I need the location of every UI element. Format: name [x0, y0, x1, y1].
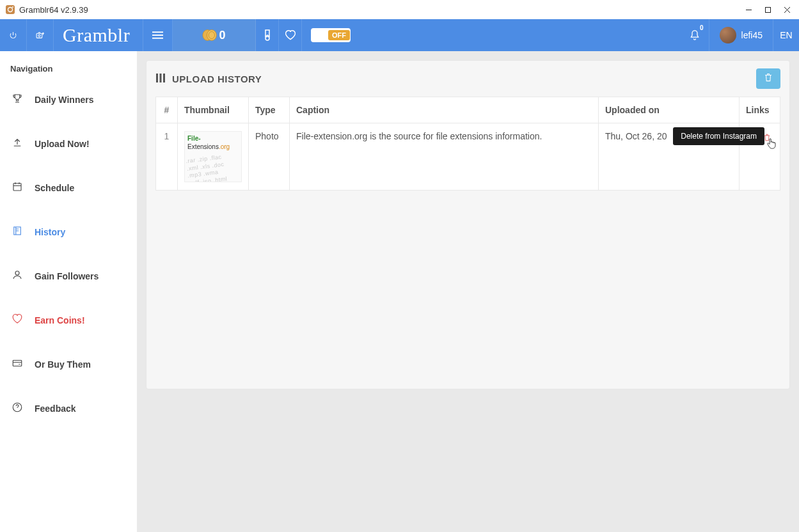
- sidebar-item-daily-winners[interactable]: Daily Winners: [0, 84, 137, 115]
- history-icon: [12, 225, 23, 239]
- language-selector[interactable]: EN: [773, 19, 799, 51]
- heart-icon: [12, 313, 23, 327]
- svg-rect-21: [156, 74, 158, 82]
- sidebar-item-label: Upload Now!: [35, 139, 90, 149]
- calendar-icon: [12, 181, 23, 194]
- col-thumbnail: Thumbnail: [178, 97, 249, 123]
- window-titlebar: Gramblr64 v2.9.39: [0, 0, 799, 19]
- sidebar-item-label: History: [35, 227, 65, 237]
- cell-links: Delete from Instagram: [740, 123, 780, 191]
- coins-value: 0: [219, 29, 225, 42]
- nav-heading: Navigation: [0, 60, 137, 84]
- col-number: #: [156, 97, 178, 123]
- menu-toggle-button[interactable]: [143, 19, 173, 51]
- topbar: Gramblr 0 OFF 0 lefi45 EN: [0, 19, 799, 51]
- content-area: UPLOAD HISTORY # Thumbnail Type Caption …: [137, 51, 799, 532]
- table-row: 1 File-Extensions.org .rar .zip .flac.xm…: [156, 123, 780, 191]
- svg-rect-19: [13, 361, 22, 366]
- upload-icon: [12, 137, 23, 150]
- coins-icon: [202, 29, 219, 42]
- cell-caption: File-extension.org is the source for fil…: [290, 123, 599, 191]
- sidebar-item-history[interactable]: History: [0, 216, 137, 247]
- sidebar-item-label: Or Buy Them: [35, 359, 91, 370]
- ribbon-button[interactable]: [256, 19, 279, 51]
- bars-icon: [155, 73, 166, 85]
- sidebar-item-gain-followers[interactable]: Gain Followers: [0, 260, 137, 292]
- svg-rect-4: [765, 7, 770, 12]
- window-minimize-button[interactable]: [739, 0, 758, 19]
- sidebar-item-schedule[interactable]: Schedule: [0, 172, 137, 203]
- topbar-spacer: [360, 19, 681, 51]
- history-table: # Thumbnail Type Caption Uploaded on Lin…: [155, 97, 780, 191]
- window-close-button[interactable]: [777, 0, 796, 19]
- sidebar-item-feedback[interactable]: Feedback: [0, 393, 137, 424]
- window-maximize-button[interactable]: [758, 0, 777, 19]
- sidebar-item-upload-now[interactable]: Upload Now!: [0, 128, 137, 159]
- svg-point-15: [265, 36, 269, 40]
- svg-rect-22: [160, 74, 162, 82]
- cursor-pointer-icon: [766, 137, 777, 151]
- cell-type: Photo: [249, 123, 290, 191]
- sidebar-item-label: Daily Winners: [35, 95, 93, 105]
- toggle-label: OFF: [328, 30, 350, 40]
- svg-point-18: [15, 271, 19, 275]
- upload-history-panel: UPLOAD HISTORY # Thumbnail Type Caption …: [146, 60, 790, 389]
- coins-counter[interactable]: 0: [173, 19, 256, 51]
- panel-title: UPLOAD HISTORY: [155, 73, 262, 85]
- col-type: Type: [249, 97, 290, 123]
- clear-history-button[interactable]: [756, 68, 780, 89]
- svg-rect-7: [36, 33, 42, 38]
- sidebar-item-earn-coins[interactable]: Earn Coins!: [0, 304, 137, 336]
- svg-point-8: [38, 35, 40, 36]
- col-caption: Caption: [290, 97, 599, 123]
- trash-icon: [764, 72, 773, 85]
- brand-logo[interactable]: Gramblr: [54, 19, 143, 51]
- app-icon: [5, 4, 15, 15]
- user-menu[interactable]: lefi45: [709, 19, 773, 51]
- sidebar-item-buy-coins[interactable]: Or Buy Them: [0, 348, 137, 380]
- user-icon: [12, 269, 23, 283]
- notifications-button[interactable]: 0: [681, 19, 709, 51]
- cell-thumbnail: File-Extensions.org .rar .zip .flac.xml …: [178, 123, 249, 191]
- svg-rect-0: [6, 5, 15, 14]
- thumbnail-image[interactable]: File-Extensions.org .rar .zip .flac.xml …: [184, 131, 242, 182]
- window-title: Gramblr64 v2.9.39: [19, 5, 88, 15]
- username: lefi45: [741, 30, 763, 40]
- tooltip: Delete from Instagram: [673, 127, 764, 145]
- heart-button[interactable]: [279, 19, 302, 51]
- sidebar: Navigation Daily Winners Upload Now! Sch…: [0, 51, 137, 532]
- trophy-icon: [12, 93, 23, 106]
- notif-count: 0: [700, 24, 704, 31]
- power-button[interactable]: [0, 19, 27, 51]
- avatar: [720, 27, 736, 43]
- svg-point-2: [12, 6, 13, 8]
- cell-number: 1: [156, 123, 178, 191]
- col-links: Links: [740, 97, 780, 123]
- promo-toggle[interactable]: OFF: [311, 28, 351, 42]
- svg-rect-23: [163, 74, 165, 82]
- card-icon: [12, 357, 23, 371]
- sidebar-item-label: Schedule: [35, 183, 74, 193]
- help-icon: [12, 402, 23, 415]
- sidebar-item-label: Earn Coins!: [35, 315, 85, 325]
- col-uploaded: Uploaded on: [599, 97, 740, 123]
- camera-upload-button[interactable]: [27, 19, 54, 51]
- sidebar-item-label: Feedback: [35, 403, 76, 414]
- svg-rect-16: [13, 184, 21, 191]
- table-header-row: # Thumbnail Type Caption Uploaded on Lin…: [156, 97, 780, 123]
- sidebar-item-label: Gain Followers: [35, 271, 99, 281]
